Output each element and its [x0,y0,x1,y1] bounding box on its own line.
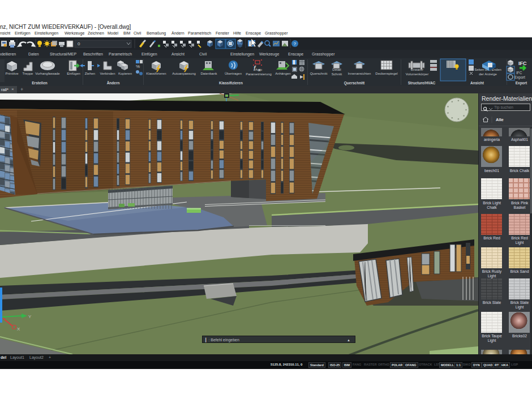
svg-text:f: f [254,65,256,72]
svg-text:0: 0 [78,41,80,46]
svg-text:Alle: Alle [496,117,504,122]
svg-text:?: ? [294,41,297,46]
svg-text:x: x [258,67,260,72]
svg-text:X: X [17,327,20,332]
svg-text:IFC: IFC [518,61,527,66]
svg-text:%: % [136,64,140,69]
svg-text:Export: Export [514,75,525,80]
svg-text:Y: Y [28,314,32,319]
svg-text:IFC: IFC [516,71,522,75]
